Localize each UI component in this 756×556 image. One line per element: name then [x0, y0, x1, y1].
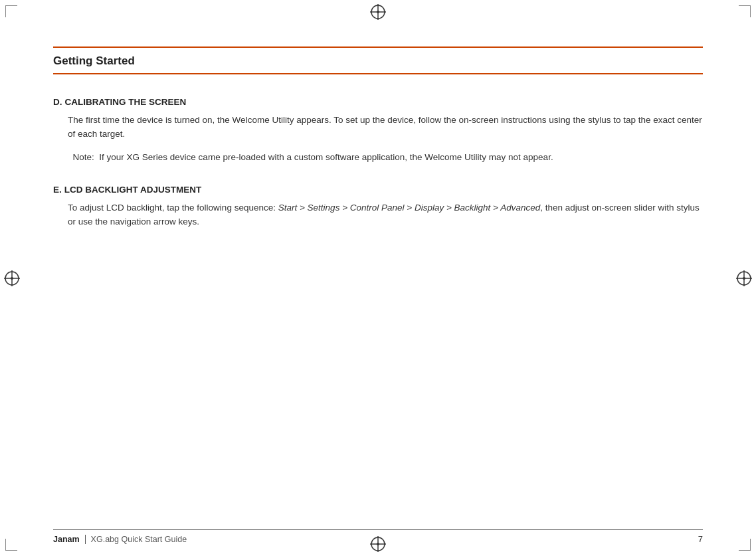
svg-point-3 [377, 11, 379, 13]
section-e-text-before: To adjust LCD backlight, tap the followi… [68, 203, 278, 213]
body-content: D. CALIBRATING THE SCREEN The first time… [53, 77, 703, 229]
section-e-heading: LCD BACKLIGHT ADJUSTMENT [64, 185, 202, 195]
svg-point-15 [743, 277, 745, 280]
corner-mark-tr [739, 5, 751, 17]
crosshair-top [369, 3, 387, 21]
footer-page-number: 7 [698, 534, 703, 544]
page-title: Getting Started [53, 48, 703, 73]
section-d-body: The first time the device is turned on, … [53, 114, 703, 165]
section-e-body: To adjust LCD backlight, tap the followi… [53, 201, 703, 229]
corner-mark-tl [5, 5, 17, 17]
page-container: Getting Started D. CALIBRATING THE SCREE… [0, 0, 756, 556]
corner-mark-bl [5, 539, 17, 551]
footer-divider [85, 535, 86, 544]
footer: Janam XG.abg Quick Start Guide 7 [53, 529, 703, 544]
section-e-label: E. [53, 185, 62, 195]
section-d-paragraph: The first time the device is turned on, … [68, 114, 703, 141]
note-content: If your XG Series device came pre-loaded… [99, 152, 553, 162]
content-area: Getting Started D. CALIBRATING THE SCREE… [53, 46, 703, 516]
section-d-heading: CALIBRATING THE SCREEN [65, 97, 187, 107]
header-section: Getting Started [53, 46, 703, 74]
section-e-sequence: Start > Settings > Control Panel > Displ… [278, 203, 541, 213]
section-d-header: D. CALIBRATING THE SCREEN [53, 97, 703, 107]
section-d-label: D. [53, 97, 62, 107]
crosshair-left [3, 269, 21, 288]
section-d: D. CALIBRATING THE SCREEN The first time… [53, 97, 703, 165]
svg-point-11 [11, 277, 13, 280]
section-d-note: Note: If your XG Series device came pre-… [68, 151, 703, 165]
corner-mark-br [739, 539, 751, 551]
footer-brand: Janam [53, 535, 80, 544]
footer-left: Janam XG.abg Quick Start Guide [53, 535, 187, 544]
note-label: Note: [68, 152, 99, 162]
header-bottom-rule [53, 73, 703, 74]
section-e-paragraph: To adjust LCD backlight, tap the followi… [68, 201, 703, 229]
crosshair-right [735, 269, 753, 288]
footer-guide: XG.abg Quick Start Guide [91, 535, 187, 544]
section-e-header: E. LCD BACKLIGHT ADJUSTMENT [53, 185, 703, 195]
section-e: E. LCD BACKLIGHT ADJUSTMENT To adjust LC… [53, 185, 703, 229]
